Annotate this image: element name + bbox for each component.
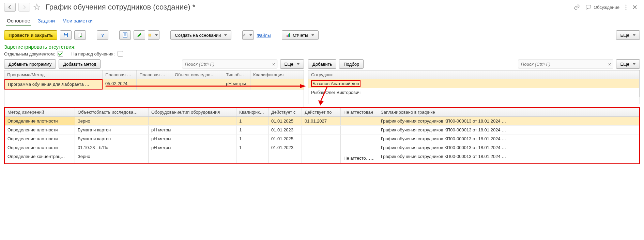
grid-cell: pH метры: [149, 126, 236, 134]
grid-cell: pH метры: [149, 134, 236, 143]
col-program[interactable]: Программа/Метод: [4, 70, 103, 79]
method-row[interactable]: Определение плотностиБумага и картонpH м…: [5, 134, 639, 143]
grid-cell: [341, 143, 378, 152]
grid-cell: [341, 134, 378, 143]
chevron-down-icon: [633, 34, 635, 36]
template-icon-button[interactable]: [148, 30, 159, 40]
col-plan2[interactable]: Плановая …: [137, 70, 172, 79]
link-icon[interactable]: [574, 4, 580, 10]
annotation-arrow-icon: [106, 83, 307, 90]
grid-cell: [341, 126, 378, 134]
svg-rect-15: [289, 33, 290, 37]
svg-rect-8: [123, 33, 127, 37]
select-employee-button[interactable]: Подбор: [339, 59, 364, 69]
attach-icon-button[interactable]: [242, 30, 254, 40]
col-object[interactable]: Объект исследов…: [172, 70, 223, 79]
col-employee[interactable]: Сотрудник: [308, 70, 640, 79]
post-icon-button[interactable]: [74, 30, 86, 40]
more-button-main[interactable]: Еще: [616, 30, 640, 40]
col-object[interactable]: Объект/область исследова…: [75, 108, 149, 116]
create-based-label: Создать на основании: [175, 33, 221, 38]
help-icon-button[interactable]: ?: [97, 30, 108, 40]
add-method-button[interactable]: Добавить метод: [59, 59, 101, 69]
grid-cell: 01.10.23 - б/По: [75, 143, 149, 152]
svg-marker-17: [300, 84, 306, 88]
reports-button[interactable]: Отчеты: [282, 30, 319, 40]
period-checkbox[interactable]: [118, 51, 123, 57]
add-program-button[interactable]: Добавить программу: [4, 59, 56, 69]
save-close-button[interactable]: Провести и закрыть: [4, 30, 57, 40]
separate-doc-label: Отдельным документом:: [4, 51, 55, 57]
close-icon[interactable]: [632, 5, 637, 10]
method-row[interactable]: Определение концентрац…ЗерноНе аттесто… …: [5, 152, 639, 163]
chevron-down-icon: [297, 63, 300, 65]
method-row[interactable]: Определение плотности01.10.23 - б/ПоpH м…: [5, 143, 639, 152]
svg-rect-14: [288, 34, 289, 37]
svg-point-3: [626, 9, 627, 10]
col-plan1[interactable]: Плановая …: [103, 70, 137, 79]
tab-notes[interactable]: Мои заметки: [62, 16, 93, 26]
create-based-button[interactable]: Создать на основании: [170, 30, 231, 40]
files-link[interactable]: Файлы: [257, 33, 271, 38]
grid-cell: Не аттесто… ✔: [341, 152, 378, 163]
method-row[interactable]: Определение плотностиБумага и картонpH м…: [5, 126, 639, 134]
grid-cell: 1: [236, 143, 269, 152]
col-equip[interactable]: Оборудование/тип оборудования: [149, 108, 236, 116]
chevron-down-icon: [249, 34, 252, 36]
grid-cell: [302, 152, 341, 163]
grid-cell: 1: [236, 126, 269, 134]
col-type[interactable]: Тип об…: [223, 70, 250, 79]
tab-main[interactable]: Основное: [6, 16, 31, 26]
grid-cell: Определение плотности: [5, 143, 75, 152]
save-icon-button[interactable]: [60, 30, 72, 40]
edit-icon-button[interactable]: [134, 30, 145, 40]
grid-cell: График обучения сотрудников КП00-000013 …: [378, 152, 639, 163]
grid-cell: Зерно: [75, 152, 149, 163]
discussion-button[interactable]: Обсуждение: [585, 4, 619, 10]
svg-rect-0: [586, 5, 591, 8]
method-row[interactable]: Определение плотностиЗерно101.01.202501.…: [5, 117, 639, 126]
col-qual[interactable]: Квалификация: [250, 70, 298, 79]
col-to[interactable]: Действует по: [302, 108, 341, 116]
clear-search-icon[interactable]: ×: [272, 61, 275, 67]
chevron-down-icon: [633, 63, 635, 65]
col-qual[interactable]: Квалифик…: [236, 108, 269, 116]
svg-line-18: [320, 87, 327, 102]
checkmark-icon: ✔: [371, 154, 377, 161]
grid-cell: [149, 117, 236, 125]
grid-cell: [269, 152, 302, 163]
separate-doc-checkbox[interactable]: [58, 51, 63, 57]
add-employee-button[interactable]: Добавить: [308, 59, 336, 69]
more-button-left[interactable]: Еще: [280, 59, 304, 69]
kebab-menu-icon[interactable]: [625, 4, 627, 10]
grid-cell: График обучения сотрудников КП00-000013 …: [378, 117, 639, 125]
col-notcert[interactable]: Не аттестован: [341, 108, 378, 116]
col-method[interactable]: Метод измерений: [5, 108, 75, 116]
grid-cell: [302, 134, 341, 143]
employee-row[interactable]: Рыбак Олег Викторович: [308, 88, 640, 97]
program-cell: Программа обучения для Лаборанта …: [4, 79, 103, 90]
clear-search-icon[interactable]: ×: [608, 61, 611, 67]
employee-cell: Рыбак Олег Викторович: [308, 88, 640, 97]
right-search-input[interactable]: [518, 60, 613, 68]
tab-tasks[interactable]: Задачи: [37, 16, 56, 26]
col-planned[interactable]: Запланировано в графике: [378, 108, 639, 116]
page-title: График обучения сотрудников (создание) *: [46, 3, 571, 12]
grid-cell: Бумага и картон: [75, 134, 149, 143]
nav-forward-button[interactable]: [18, 3, 30, 12]
col-from[interactable]: Действует с: [269, 108, 302, 116]
nav-back-button[interactable]: [4, 3, 16, 12]
grid-cell: 01.01.2027: [302, 117, 341, 125]
grid-cell: Определение плотности: [5, 126, 75, 134]
annotation-arrow-icon: [317, 87, 337, 107]
chevron-down-icon: [224, 34, 227, 36]
doc-icon-button[interactable]: [119, 30, 131, 40]
svg-rect-6: [64, 35, 67, 37]
grid-cell: 01.01.2025: [269, 134, 302, 143]
favorite-star-icon[interactable]: [33, 3, 41, 11]
employee-row[interactable]: Базанов Анатолий доп: [308, 79, 640, 88]
reports-label: Отчеты: [293, 33, 308, 38]
svg-rect-5: [65, 33, 67, 34]
more-button-right[interactable]: Еще: [616, 59, 640, 69]
left-search-input[interactable]: [182, 60, 277, 68]
